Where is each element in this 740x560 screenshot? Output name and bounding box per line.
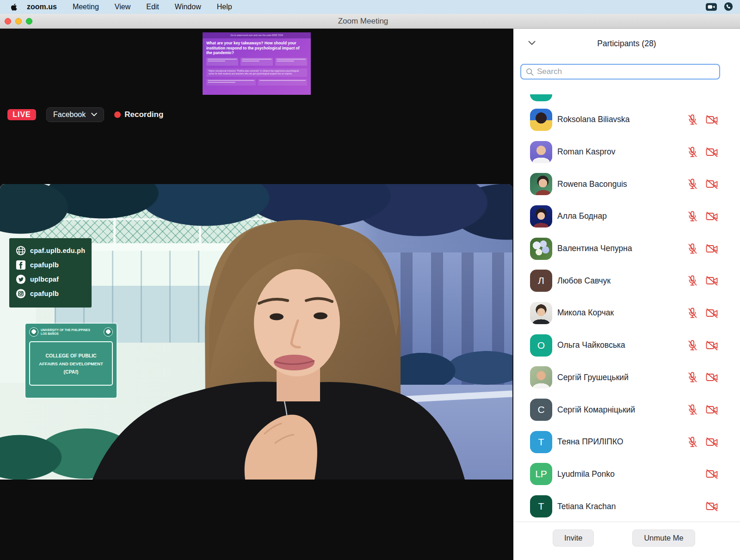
campus-sign: UNIVERSITY OF THE PHILIPPINES LOS BAÑOS … — [25, 324, 117, 398]
facebook-handle: cpafuplb — [30, 261, 59, 269]
participant-name: Ольга Чайковська — [557, 340, 625, 350]
zoom-camera-icon[interactable] — [706, 3, 717, 11]
participant-row[interactable]: Алла Боднар — [513, 200, 740, 233]
video-off-icon — [706, 372, 718, 382]
participant-row[interactable]: Rowena Baconguis — [513, 168, 740, 200]
sign-university-line2: LOS BAÑOS — [41, 332, 101, 336]
participant-row[interactable]: T Tetiana Krachan — [513, 490, 740, 522]
participant-name: Любов Савчук — [557, 276, 610, 286]
instagram-handle: cpafuplb — [30, 290, 59, 297]
participant-row[interactable]: О Ольга Чайковська — [513, 329, 740, 362]
participant-avatar — [530, 109, 552, 131]
participant-row[interactable]: С Сергій Комарніцький — [513, 394, 740, 426]
mic-muted-icon — [687, 275, 698, 287]
participant-name: Валентина Чепурна — [557, 244, 632, 253]
participant-name: Теяна ПРИЛІПКО — [557, 437, 623, 447]
viber-phone-icon[interactable] — [723, 2, 734, 12]
stream-target-label: Facebook — [53, 111, 86, 119]
sign-college-line1: COLLEGE OF PUBLIC — [45, 353, 96, 358]
participant-avatar — [530, 173, 552, 195]
participant-avatar — [530, 141, 552, 163]
participant-row[interactable]: Roman Kasprov — [513, 136, 740, 168]
participant-row[interactable]: Т Теяна ПРИЛІПКО — [513, 426, 740, 458]
avatar-letter: О — [537, 340, 545, 351]
participant-name: Roksolana Biliavska — [557, 115, 630, 124]
instagram-icon — [16, 289, 26, 299]
mic-muted-icon — [687, 178, 698, 190]
participant-avatar: LP — [530, 463, 552, 485]
shared-slide-thumbnail[interactable]: Go to www.menti.com and use the code 836… — [203, 32, 311, 95]
participant-avatar: О — [530, 334, 552, 357]
twitter-icon — [16, 274, 26, 284]
participant-row[interactable]: Валентина Чепурна — [513, 233, 740, 265]
mic-muted-icon — [687, 371, 698, 383]
participant-name: Rowena Baconguis — [557, 179, 627, 189]
facebook-icon — [16, 260, 26, 270]
participants-list[interactable]: Roksolana Biliavska Roman Kasprov Rowena… — [513, 83, 740, 522]
live-badge: LIVE — [7, 109, 36, 120]
avatar-letter: Т — [538, 437, 544, 448]
participant-avatar — [530, 205, 552, 228]
sign-college-line3: (CPAf) — [64, 369, 79, 375]
slide-response-box — [240, 58, 272, 66]
menu-help[interactable]: Help — [217, 3, 232, 11]
participant-row[interactable]: Микола Корчак — [513, 297, 740, 329]
video-off-icon — [706, 244, 718, 254]
slide-response-box — [206, 79, 256, 86]
participant-row[interactable]: Сергій Грушецький — [513, 362, 740, 394]
mic-muted-icon — [687, 146, 698, 158]
window-title-bar: Zoom Meeting — [0, 14, 740, 29]
participants-panel: Participants (28) Roksolana Biliavska Ro… — [513, 29, 740, 560]
sign-university-line1: UNIVERSITY OF THE PHILIPPINES — [41, 328, 101, 332]
participant-row[interactable]: Roksolana Biliavska — [513, 104, 740, 136]
participant-avatar — [530, 238, 552, 260]
main-video-feed: cpaf.uplb.edu.ph cpafuplb uplbcpaf cpafu… — [0, 184, 512, 480]
twitter-handle: uplbcpaf — [30, 276, 59, 283]
menu-zoom-us[interactable]: zoom.us — [27, 3, 57, 11]
mic-muted-icon — [687, 436, 698, 448]
slide-menti-header: Go to www.menti.com and use the code 836… — [203, 32, 311, 38]
stream-target-dropdown[interactable]: Facebook — [46, 107, 104, 122]
menu-view[interactable]: View — [115, 3, 130, 11]
mic-muted-icon — [687, 210, 698, 222]
mic-muted-icon — [687, 339, 698, 351]
menu-meeting[interactable]: Meeting — [73, 3, 99, 11]
unmute-me-button[interactable]: Unmute Me — [632, 529, 695, 547]
participant-name: Сергій Комарніцький — [557, 405, 635, 415]
participant-name: Микола Корчак — [557, 308, 614, 318]
recording-label: Recording — [124, 110, 163, 119]
mic-muted-icon — [687, 404, 698, 416]
search-box — [520, 64, 720, 80]
video-off-icon — [706, 501, 718, 511]
video-off-icon — [706, 340, 718, 351]
search-icon — [526, 68, 534, 76]
slide-response-box — [206, 58, 238, 66]
social-handles-card: cpaf.uplb.edu.ph cpafuplb uplbcpaf cpafu… — [9, 238, 92, 308]
video-off-icon — [706, 115, 718, 125]
participant-avatar: Т — [530, 431, 552, 453]
participant-avatar: С — [530, 399, 552, 421]
menu-window[interactable]: Window — [175, 3, 201, 11]
participant-avatar: Л — [530, 270, 552, 292]
recording-dot-icon — [114, 111, 121, 118]
invite-button[interactable]: Invite — [553, 529, 594, 547]
video-off-icon — [706, 211, 718, 222]
video-off-icon — [706, 276, 718, 286]
apple-logo-icon[interactable] — [10, 3, 18, 11]
macos-menu-bar: zoom.us Meeting View Edit Window Help — [0, 0, 740, 14]
slide-response-box — [275, 58, 307, 66]
participant-name: Lyudmila Ponko — [557, 469, 615, 479]
avatar-letter: T — [538, 501, 544, 512]
participant-row[interactable]: Л Любов Савчук — [513, 265, 740, 297]
participant-name: Алла Боднар — [557, 211, 607, 221]
participant-row[interactable]: LP Lyudmila Ponko — [513, 458, 740, 491]
globe-icon — [16, 246, 26, 256]
mic-muted-icon — [687, 243, 698, 255]
participant-name: Tetiana Krachan — [557, 502, 616, 511]
menu-edit[interactable]: Edit — [146, 3, 159, 11]
panel-footer: Invite Unmute Me — [513, 522, 740, 560]
avatar-letter: Л — [538, 275, 544, 286]
college-seal-icon — [104, 327, 113, 337]
participant-avatar — [530, 302, 552, 324]
search-input[interactable] — [537, 67, 715, 76]
